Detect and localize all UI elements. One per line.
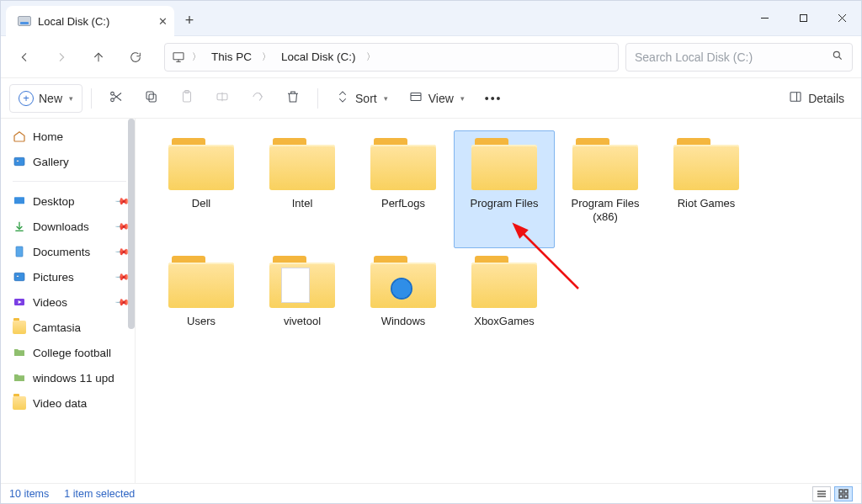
sidebar-item-windows-11-upd[interactable]: windows 11 upd <box>4 365 135 390</box>
trash-icon <box>285 89 301 107</box>
svg-point-11 <box>111 98 114 102</box>
close-tab-icon[interactable]: ✕ <box>158 15 168 28</box>
search-box[interactable] <box>625 43 853 72</box>
folder-item-users[interactable]: Users <box>151 248 252 366</box>
sidebar-item-gallery[interactable]: Gallery <box>4 149 135 174</box>
folder-icon <box>13 346 26 359</box>
sidebar-item-label: College football <box>33 347 111 359</box>
folder-icon <box>572 138 638 190</box>
content-area[interactable]: Dell Intel PerfLogs Program Files Progra… <box>136 119 861 483</box>
chevron-right-icon[interactable]: 〉 <box>190 50 203 63</box>
new-button[interactable]: + New ▾ <box>9 84 82 113</box>
svg-rect-30 <box>14 273 24 280</box>
folder-item-riot-games[interactable]: Riot Games <box>656 130 757 248</box>
scrollbar[interactable] <box>128 119 135 329</box>
command-bar: + New ▾ Sort ▾ View ▾ ••• Details <box>1 78 861 119</box>
folder-item-program-files-x86[interactable]: Program Files (x86) <box>555 130 656 248</box>
refresh-button[interactable] <box>120 42 151 72</box>
view-button[interactable]: View ▾ <box>400 84 473 113</box>
chevron-down-icon: ▾ <box>460 94 465 103</box>
folder-item-program-files[interactable]: Program Files <box>454 130 555 248</box>
download-icon <box>13 220 26 233</box>
details-view-toggle[interactable] <box>812 486 831 501</box>
sidebar-item-desktop[interactable]: Desktop 📌 <box>4 188 135 214</box>
delete-button[interactable] <box>277 84 309 113</box>
svg-rect-22 <box>790 93 801 102</box>
plus-icon: + <box>19 91 34 106</box>
scissors-icon <box>109 89 124 107</box>
folder-icon <box>13 371 26 385</box>
more-button[interactable]: ••• <box>476 84 511 113</box>
share-button <box>242 84 274 113</box>
sidebar-item-label: Gallery <box>33 156 69 168</box>
details-label: Details <box>808 92 844 105</box>
view-button-label: View <box>428 92 454 105</box>
sidebar-item-documents[interactable]: Documents 📌 <box>4 239 135 264</box>
status-selection: 1 item selected <box>64 488 135 500</box>
folder-icon <box>168 138 234 190</box>
folder-item-xboxgames[interactable]: XboxGames <box>454 248 555 366</box>
view-icon <box>408 89 423 107</box>
folder-item-perflogs[interactable]: PerfLogs <box>353 130 454 248</box>
minimize-button[interactable] <box>745 1 784 35</box>
address-bar: 〉 This PC 〉 Local Disk (C:) 〉 <box>1 36 861 78</box>
folder-icon <box>471 138 537 190</box>
copy-button[interactable] <box>136 84 168 113</box>
sidebar-item-videos[interactable]: Videos 📌 <box>4 289 135 315</box>
sidebar-item-label: Pictures <box>33 271 74 284</box>
svg-rect-24 <box>14 157 24 165</box>
sidebar-item-downloads[interactable]: Downloads 📌 <box>4 214 135 239</box>
svg-rect-39 <box>844 490 848 493</box>
videos-icon <box>13 295 26 309</box>
folder-item-dell[interactable]: Dell <box>151 130 252 248</box>
sidebar-item-camtasia[interactable]: Camtasia <box>4 315 135 340</box>
search-icon[interactable] <box>832 50 843 65</box>
maximize-button[interactable] <box>784 1 822 35</box>
navigation-pane[interactable]: Home Gallery Desktop 📌 Downloads 📌 Docum… <box>1 119 136 483</box>
breadcrumb-this-pc[interactable]: This PC <box>208 49 255 65</box>
folder-item-vivetool[interactable]: vivetool <box>252 248 353 366</box>
sort-button[interactable]: Sort ▾ <box>327 84 396 113</box>
icons-view-toggle[interactable] <box>834 486 853 501</box>
tab-current[interactable]: Local Disk (C:) ✕ <box>6 6 174 36</box>
new-button-label: New <box>39 92 62 105</box>
sidebar-item-home[interactable]: Home <box>4 124 135 149</box>
folder-label: Program Files (x86) <box>559 197 652 225</box>
svg-rect-38 <box>839 490 843 493</box>
desktop-icon <box>13 194 26 208</box>
folder-label: vivetool <box>284 315 321 328</box>
folder-label: XboxGames <box>474 315 535 328</box>
chevron-right-icon[interactable]: 〉 <box>364 50 377 63</box>
back-button[interactable] <box>9 42 40 72</box>
sidebar-item-pictures[interactable]: Pictures 📌 <box>4 264 135 289</box>
sidebar-item-label: Videos <box>33 296 67 309</box>
details-pane-button[interactable]: Details <box>780 84 853 113</box>
svg-point-8 <box>833 51 839 57</box>
search-input[interactable] <box>635 50 832 64</box>
sidebar-item-label: Downloads <box>33 220 89 233</box>
rename-icon <box>215 89 230 107</box>
folder-label: Windows <box>381 315 426 328</box>
status-bar: 10 items 1 item selected <box>1 483 861 503</box>
chevron-right-icon[interactable]: 〉 <box>260 50 273 63</box>
sidebar-item-video-data[interactable]: Video data <box>4 390 135 416</box>
separator <box>13 181 126 182</box>
breadcrumb-bar[interactable]: 〉 This PC 〉 Local Disk (C:) 〉 <box>164 43 619 72</box>
share-icon <box>250 89 265 107</box>
up-button[interactable] <box>83 42 114 72</box>
svg-rect-15 <box>146 92 153 99</box>
folder-item-intel[interactable]: Intel <box>252 130 353 248</box>
forward-button[interactable] <box>46 42 77 72</box>
folder-item-windows[interactable]: Windows <box>353 248 454 366</box>
folder-icon <box>13 321 26 334</box>
svg-rect-1 <box>800 15 806 22</box>
close-window-button[interactable] <box>822 1 861 35</box>
breadcrumb-local-disk[interactable]: Local Disk (C:) <box>278 49 359 65</box>
status-item-count: 10 items <box>9 488 49 500</box>
folder-icon <box>370 256 436 308</box>
svg-rect-41 <box>844 495 848 498</box>
cut-button[interactable] <box>100 84 132 113</box>
sidebar-item-college-football[interactable]: College football <box>4 340 135 365</box>
new-tab-button[interactable]: + <box>174 6 205 35</box>
folder-icon <box>471 256 537 308</box>
